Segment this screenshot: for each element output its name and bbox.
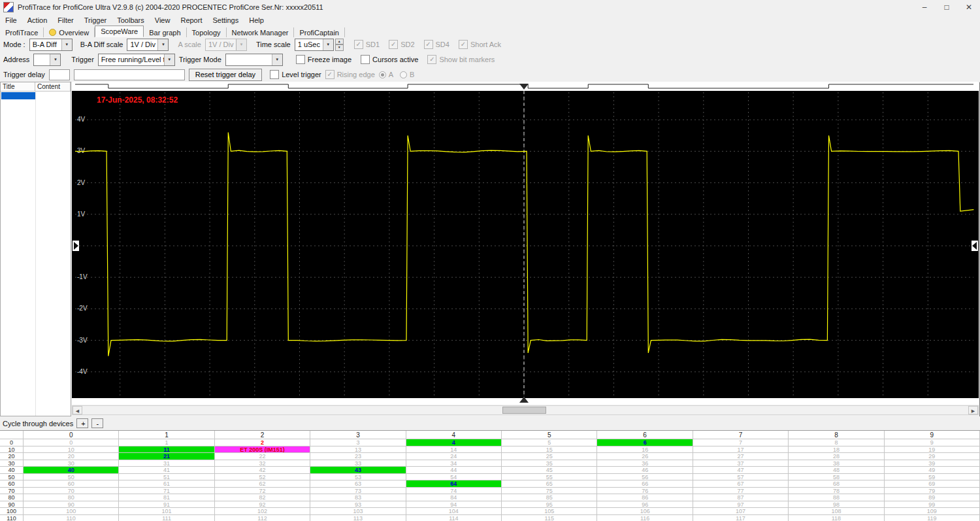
station-cell-53[interactable]: 53 [310,474,406,481]
station-cell-95[interactable]: 95 [502,501,597,509]
station-cell-118[interactable]: 118 [789,515,884,521]
station-cell-38[interactable]: 38 [789,460,884,467]
tab-overview[interactable]: Overview [44,27,95,37]
station-cell-107[interactable]: 107 [693,508,789,515]
time-scale-select[interactable]: 1 uSec ▼ [295,39,334,51]
station-cell-56[interactable]: 56 [597,474,693,481]
menu-view[interactable]: View [150,16,176,25]
station-cell-14[interactable]: 14 [406,446,502,454]
checkbox-cursors-active[interactable]: Cursors active [361,55,418,64]
column-title[interactable]: Title [1,82,35,92]
mode-select[interactable]: B-A Diff ▼ [29,39,73,51]
station-cell-6[interactable]: 6 [597,439,693,446]
station-cell-63[interactable]: 63 [310,480,406,488]
selected-marker-row[interactable] [1,92,35,99]
station-cell-25[interactable]: 25 [502,453,597,460]
scope-horizontal-scrollbar[interactable]: ◀ ▶ [72,405,979,415]
station-cell-18[interactable]: 18 [789,446,884,454]
station-cell-91[interactable]: 91 [119,501,214,509]
station-cell-65[interactable]: 65 [502,480,597,488]
station-cell-10[interactable]: 10 [24,446,119,454]
station-cell-115[interactable]: 115 [502,515,597,521]
scroll-left-icon[interactable]: ◀ [73,406,82,414]
station-cell-102[interactable]: 102 [215,508,310,515]
station-cell-49[interactable]: 49 [885,467,980,474]
station-cell-47[interactable]: 47 [693,467,789,474]
station-cell-108[interactable]: 108 [789,508,884,515]
menu-help[interactable]: Help [244,16,269,25]
cycle-plus-button[interactable]: + [76,418,88,428]
station-cell-88[interactable]: 88 [789,494,884,501]
menu-filter[interactable]: Filter [52,16,78,25]
station-cell-48[interactable]: 48 [789,467,884,474]
station-cell-19[interactable]: 19 [885,446,980,454]
trigger-select[interactable]: Free running/Level trigger ▼ [98,54,175,66]
station-cell-33[interactable]: 33 [310,460,406,467]
trigger-delay-input[interactable] [49,69,70,80]
station-cell-70[interactable]: 70 [24,488,119,495]
station-cell-78[interactable]: 78 [789,488,884,495]
checkbox-freeze-image[interactable]: Freeze image [296,55,351,64]
station-cell-73[interactable]: 73 [310,488,406,495]
station-cell-98[interactable]: 98 [789,501,884,509]
station-cell-66[interactable]: 66 [597,480,693,488]
station-cell-81[interactable]: 81 [119,494,214,501]
station-cell-60[interactable]: 60 [24,480,119,488]
scrollbar-thumb[interactable] [502,407,546,414]
station-cell-32[interactable]: 32 [215,460,310,467]
station-cell-68[interactable]: 68 [789,480,884,488]
station-cell-109[interactable]: 109 [885,508,980,515]
station-cell-24[interactable]: 24 [406,453,502,460]
station-cell-8[interactable]: 8 [789,439,884,446]
maximize-button[interactable]: □ [936,0,958,14]
minimize-button[interactable]: – [913,0,936,14]
station-cell-45[interactable]: 45 [502,467,597,474]
station-cell-76[interactable]: 76 [597,488,693,495]
station-cell-69[interactable]: 69 [885,480,980,488]
station-cell-51[interactable]: 51 [119,474,214,481]
station-cell-94[interactable]: 94 [406,501,502,509]
station-cell-110[interactable]: 110 [24,515,119,521]
station-cell-83[interactable]: 83 [310,494,406,501]
trigger-delay-slider[interactable] [74,69,185,80]
station-cell-28[interactable]: 28 [789,453,884,460]
station-cell-21[interactable]: 21 [119,453,214,460]
tab-bar-graph[interactable]: Bar graph [144,27,186,37]
station-cell-50[interactable]: 50 [24,474,119,481]
station-cell-87[interactable]: 87 [693,494,789,501]
tab-proficaptain[interactable]: ProfiCaptain [294,27,345,37]
station-cell-7[interactable]: 7 [693,439,789,446]
tab-network-manager[interactable]: Network Manager [227,27,295,37]
station-cell-42[interactable]: 42 [215,467,310,474]
station-cell-84[interactable]: 84 [406,494,502,501]
scroll-right-icon[interactable]: ▶ [968,406,978,414]
station-cell-30[interactable]: 30 [24,460,119,467]
station-cell-86[interactable]: 86 [597,494,693,501]
station-cell-72[interactable]: 72 [215,488,310,495]
station-cell-100[interactable]: 100 [24,508,119,515]
station-cell-46[interactable]: 46 [597,467,693,474]
station-cell-3[interactable]: 3 [310,439,406,446]
station-cell-35[interactable]: 35 [502,460,597,467]
station-cell-92[interactable]: 92 [215,501,310,509]
menu-trigger[interactable]: Trigger [79,16,112,25]
oscilloscope-canvas[interactable]: 4V3V2V1V-1V-2V-3V-4V17-Jun-2025, 08:32:5… [72,82,979,405]
station-cell-99[interactable]: 99 [885,501,980,509]
station-cell-64[interactable]: 64 [406,480,502,488]
checkbox-level-trigger[interactable]: Level trigger [270,70,321,79]
station-cell-41[interactable]: 41 [119,467,214,474]
spinner-down-icon[interactable]: ▼ [335,44,344,51]
station-cell-113[interactable]: 113 [310,515,406,521]
station-cell-80[interactable]: 80 [24,494,119,501]
menu-action[interactable]: Action [22,16,53,25]
station-cell-97[interactable]: 97 [693,501,789,509]
station-cell-34[interactable]: 34 [406,460,502,467]
tab-topology[interactable]: Topology [187,27,227,37]
station-cell-57[interactable]: 57 [693,474,789,481]
station-cell-116[interactable]: 116 [597,515,693,521]
station-cell-20[interactable]: 20 [24,453,119,460]
station-cell-62[interactable]: 62 [215,480,310,488]
address-select[interactable]: ▼ [33,54,61,66]
station-cell-61[interactable]: 61 [119,480,214,488]
trigger-mode-select[interactable]: ▼ [225,54,283,66]
